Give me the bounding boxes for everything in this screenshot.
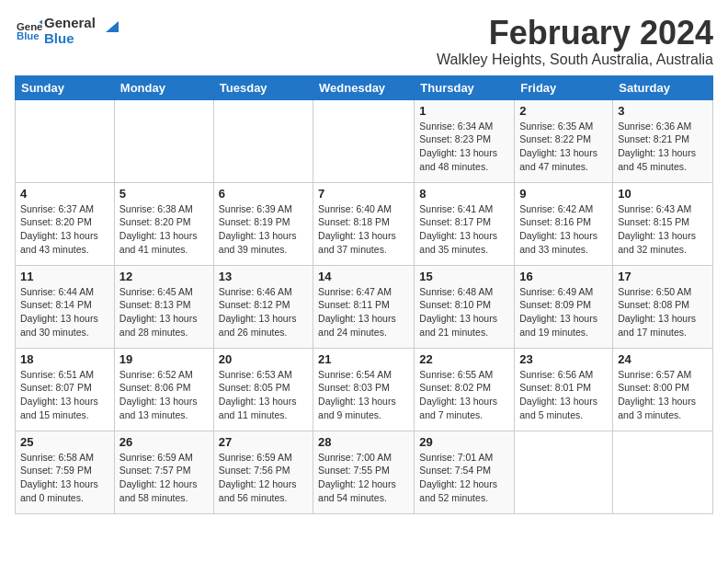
calendar-cell: 14Sunrise: 6:47 AM Sunset: 8:11 PM Dayli… bbox=[313, 265, 415, 348]
calendar-cell bbox=[213, 99, 313, 182]
day-number: 7 bbox=[318, 187, 409, 201]
calendar-cell: 21Sunrise: 6:54 AM Sunset: 8:03 PM Dayli… bbox=[313, 348, 415, 431]
calendar-cell: 20Sunrise: 6:53 AM Sunset: 8:05 PM Dayli… bbox=[213, 348, 313, 431]
day-detail: Sunrise: 6:41 AM Sunset: 8:17 PM Dayligh… bbox=[419, 202, 509, 257]
weekday-header-sunday: Sunday bbox=[16, 75, 115, 99]
calendar-cell: 19Sunrise: 6:52 AM Sunset: 8:06 PM Dayli… bbox=[114, 348, 213, 431]
calendar-week-row: 11Sunrise: 6:44 AM Sunset: 8:14 PM Dayli… bbox=[16, 265, 713, 348]
calendar-cell bbox=[16, 99, 115, 182]
location-title: Walkley Heights, South Australia, Austra… bbox=[437, 52, 713, 68]
day-number: 10 bbox=[618, 187, 708, 201]
day-detail: Sunrise: 6:54 AM Sunset: 8:03 PM Dayligh… bbox=[318, 368, 409, 422]
day-detail: Sunrise: 6:40 AM Sunset: 8:18 PM Dayligh… bbox=[318, 202, 409, 257]
day-number: 29 bbox=[419, 435, 509, 449]
day-detail: Sunrise: 6:39 AM Sunset: 8:19 PM Dayligh… bbox=[219, 202, 308, 257]
day-detail: Sunrise: 6:44 AM Sunset: 8:14 PM Dayligh… bbox=[20, 285, 109, 339]
day-number: 24 bbox=[618, 352, 708, 366]
day-number: 3 bbox=[618, 104, 708, 118]
weekday-header-monday: Monday bbox=[114, 75, 213, 99]
calendar-cell: 16Sunrise: 6:49 AM Sunset: 8:09 PM Dayli… bbox=[515, 265, 613, 348]
calendar-cell: 3Sunrise: 6:36 AM Sunset: 8:21 PM Daylig… bbox=[613, 99, 713, 182]
day-number: 23 bbox=[519, 352, 608, 366]
day-number: 21 bbox=[318, 352, 409, 366]
calendar-cell: 9Sunrise: 6:42 AM Sunset: 8:16 PM Daylig… bbox=[515, 182, 613, 265]
calendar-cell: 8Sunrise: 6:41 AM Sunset: 8:17 PM Daylig… bbox=[415, 182, 515, 265]
calendar-table: SundayMondayTuesdayWednesdayThursdayFrid… bbox=[15, 75, 713, 514]
day-detail: Sunrise: 6:35 AM Sunset: 8:22 PM Dayligh… bbox=[519, 120, 608, 174]
calendar-cell bbox=[114, 99, 213, 182]
day-detail: Sunrise: 6:59 AM Sunset: 7:57 PM Dayligh… bbox=[119, 451, 209, 505]
day-detail: Sunrise: 6:46 AM Sunset: 8:12 PM Dayligh… bbox=[219, 285, 308, 339]
day-detail: Sunrise: 6:57 AM Sunset: 8:00 PM Dayligh… bbox=[618, 368, 708, 422]
svg-marker-3 bbox=[106, 21, 119, 32]
calendar-cell bbox=[515, 431, 613, 513]
day-detail: Sunrise: 6:38 AM Sunset: 8:20 PM Dayligh… bbox=[119, 202, 209, 257]
day-detail: Sunrise: 6:43 AM Sunset: 8:15 PM Dayligh… bbox=[618, 202, 708, 257]
calendar-cell: 11Sunrise: 6:44 AM Sunset: 8:14 PM Dayli… bbox=[16, 265, 115, 348]
day-detail: Sunrise: 6:36 AM Sunset: 8:21 PM Dayligh… bbox=[618, 120, 708, 174]
weekday-header-saturday: Saturday bbox=[613, 75, 713, 99]
day-number: 4 bbox=[20, 187, 109, 201]
weekday-header-thursday: Thursday bbox=[415, 75, 515, 99]
day-number: 13 bbox=[219, 270, 308, 283]
page-header: General Blue General Blue February 2024 … bbox=[15, 15, 713, 68]
calendar-cell: 2Sunrise: 6:35 AM Sunset: 8:22 PM Daylig… bbox=[515, 99, 613, 182]
calendar-cell bbox=[313, 99, 415, 182]
day-detail: Sunrise: 6:53 AM Sunset: 8:05 PM Dayligh… bbox=[219, 368, 308, 422]
calendar-cell: 22Sunrise: 6:55 AM Sunset: 8:02 PM Dayli… bbox=[415, 348, 515, 431]
day-number: 14 bbox=[318, 270, 409, 283]
weekday-header-friday: Friday bbox=[515, 75, 613, 99]
day-detail: Sunrise: 7:00 AM Sunset: 7:55 PM Dayligh… bbox=[318, 451, 409, 505]
calendar-header-row: SundayMondayTuesdayWednesdayThursdayFrid… bbox=[16, 75, 713, 99]
day-number: 16 bbox=[519, 270, 608, 283]
day-detail: Sunrise: 6:45 AM Sunset: 8:13 PM Dayligh… bbox=[119, 285, 209, 339]
day-detail: Sunrise: 6:56 AM Sunset: 8:01 PM Dayligh… bbox=[519, 368, 608, 422]
day-detail: Sunrise: 6:55 AM Sunset: 8:02 PM Dayligh… bbox=[419, 368, 509, 422]
day-detail: Sunrise: 6:42 AM Sunset: 8:16 PM Dayligh… bbox=[519, 202, 608, 257]
day-number: 25 bbox=[20, 435, 109, 449]
calendar-cell: 12Sunrise: 6:45 AM Sunset: 8:13 PM Dayli… bbox=[114, 265, 213, 348]
day-detail: Sunrise: 6:51 AM Sunset: 8:07 PM Dayligh… bbox=[20, 368, 109, 422]
day-number: 11 bbox=[20, 270, 109, 283]
calendar-cell: 26Sunrise: 6:59 AM Sunset: 7:57 PM Dayli… bbox=[114, 431, 213, 513]
day-number: 2 bbox=[519, 104, 608, 118]
day-number: 15 bbox=[419, 270, 509, 283]
day-detail: Sunrise: 6:34 AM Sunset: 8:23 PM Dayligh… bbox=[419, 120, 509, 174]
day-number: 9 bbox=[519, 187, 608, 201]
calendar-cell: 25Sunrise: 6:58 AM Sunset: 7:59 PM Dayli… bbox=[16, 431, 115, 513]
day-detail: Sunrise: 6:50 AM Sunset: 8:08 PM Dayligh… bbox=[618, 285, 708, 339]
logo-general: General bbox=[44, 15, 96, 30]
calendar-week-row: 4Sunrise: 6:37 AM Sunset: 8:20 PM Daylig… bbox=[16, 182, 713, 265]
calendar-cell: 5Sunrise: 6:38 AM Sunset: 8:20 PM Daylig… bbox=[114, 182, 213, 265]
calendar-cell bbox=[613, 431, 713, 513]
logo: General Blue General Blue bbox=[15, 15, 119, 47]
day-number: 8 bbox=[419, 187, 509, 201]
day-detail: Sunrise: 6:59 AM Sunset: 7:56 PM Dayligh… bbox=[219, 451, 308, 505]
calendar-cell: 23Sunrise: 6:56 AM Sunset: 8:01 PM Dayli… bbox=[515, 348, 613, 431]
day-number: 17 bbox=[618, 270, 708, 283]
calendar-cell: 7Sunrise: 6:40 AM Sunset: 8:18 PM Daylig… bbox=[313, 182, 415, 265]
calendar-cell: 10Sunrise: 6:43 AM Sunset: 8:15 PM Dayli… bbox=[613, 182, 713, 265]
svg-text:Blue: Blue bbox=[17, 31, 40, 42]
calendar-week-row: 25Sunrise: 6:58 AM Sunset: 7:59 PM Dayli… bbox=[16, 431, 713, 513]
calendar-cell: 24Sunrise: 6:57 AM Sunset: 8:00 PM Dayli… bbox=[613, 348, 713, 431]
calendar-cell: 17Sunrise: 6:50 AM Sunset: 8:08 PM Dayli… bbox=[613, 265, 713, 348]
day-number: 22 bbox=[419, 352, 509, 366]
day-detail: Sunrise: 6:52 AM Sunset: 8:06 PM Dayligh… bbox=[119, 368, 209, 422]
title-block: February 2024 Walkley Heights, South Aus… bbox=[437, 15, 713, 68]
month-title: February 2024 bbox=[437, 15, 713, 52]
calendar-week-row: 1Sunrise: 6:34 AM Sunset: 8:23 PM Daylig… bbox=[16, 99, 713, 182]
calendar-week-row: 18Sunrise: 6:51 AM Sunset: 8:07 PM Dayli… bbox=[16, 348, 713, 431]
day-number: 19 bbox=[119, 352, 209, 366]
day-detail: Sunrise: 6:37 AM Sunset: 8:20 PM Dayligh… bbox=[20, 202, 109, 257]
calendar-body: 1Sunrise: 6:34 AM Sunset: 8:23 PM Daylig… bbox=[16, 99, 713, 513]
day-number: 1 bbox=[419, 104, 509, 118]
day-number: 28 bbox=[318, 435, 409, 449]
calendar-cell: 27Sunrise: 6:59 AM Sunset: 7:56 PM Dayli… bbox=[213, 431, 313, 513]
calendar-cell: 1Sunrise: 6:34 AM Sunset: 8:23 PM Daylig… bbox=[415, 99, 515, 182]
day-detail: Sunrise: 6:58 AM Sunset: 7:59 PM Dayligh… bbox=[20, 451, 109, 505]
day-number: 26 bbox=[119, 435, 209, 449]
day-number: 20 bbox=[219, 352, 308, 366]
day-number: 18 bbox=[20, 352, 109, 366]
day-detail: Sunrise: 7:01 AM Sunset: 7:54 PM Dayligh… bbox=[419, 451, 509, 505]
